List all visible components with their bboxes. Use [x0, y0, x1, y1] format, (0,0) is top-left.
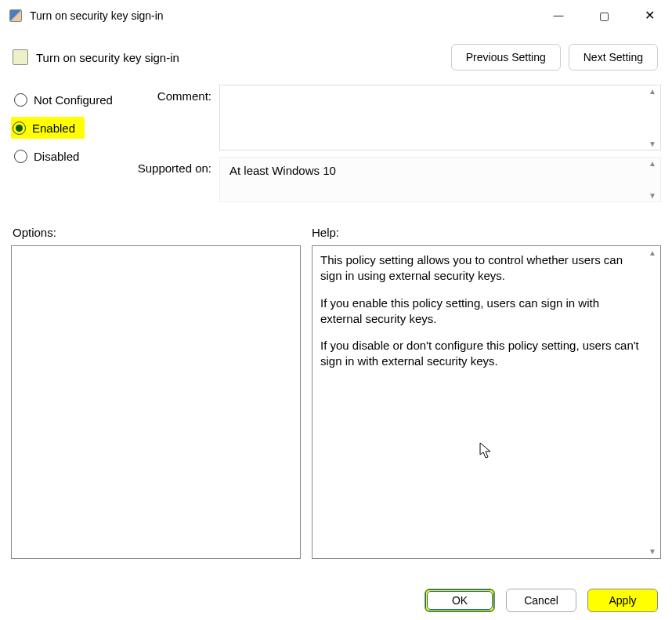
scroll-down-icon: ▼ — [649, 140, 656, 148]
options-pane — [11, 245, 301, 559]
scroll-down-icon: ▼ — [649, 546, 656, 557]
minimize-button[interactable]: — — [536, 0, 581, 31]
state-radios: Not Configured Enabled Disabled — [11, 85, 136, 172]
radio-not-configured[interactable]: Not Configured — [11, 88, 136, 111]
header-row: Turn on security key sign-in Previous Se… — [11, 44, 661, 71]
help-label: Help: — [309, 226, 339, 239]
radio-icon — [13, 121, 26, 135]
window-controls: — ▢ ✕ — [536, 0, 672, 31]
scroll-up-icon: ▲ — [649, 87, 656, 96]
close-button[interactable]: ✕ — [627, 0, 672, 31]
radio-disabled[interactable]: Disabled — [11, 144, 136, 168]
next-setting-button[interactable]: Next Setting — [569, 44, 658, 71]
maximize-icon: ▢ — [599, 10, 609, 21]
ok-button[interactable]: OK — [425, 589, 495, 612]
help-paragraph: If you enable this policy setting, users… — [320, 295, 643, 328]
policy-title: Turn on security key sign-in — [36, 51, 451, 64]
supported-scrollbar[interactable]: ▲ ▼ — [646, 159, 659, 200]
comment-input[interactable]: ▲ ▼ — [219, 85, 661, 150]
scroll-up-icon: ▲ — [649, 248, 656, 259]
close-icon: ✕ — [645, 9, 655, 22]
policy-icon — [13, 49, 28, 65]
options-label: Options: — [11, 226, 309, 239]
radio-label-not-configured: Not Configured — [34, 93, 113, 107]
help-scrollbar[interactable]: ▲ ▼ — [646, 248, 659, 557]
comment-scrollbar[interactable]: ▲ ▼ — [646, 87, 659, 148]
supported-on-label: Supported on: — [136, 157, 219, 175]
radio-selected-icon — [16, 125, 23, 132]
help-paragraph: This policy setting allows you to contro… — [320, 252, 643, 285]
previous-setting-button[interactable]: Previous Setting — [451, 44, 561, 71]
app-icon — [9, 9, 22, 22]
scroll-up-icon: ▲ — [649, 159, 656, 168]
radio-icon — [14, 150, 27, 163]
radio-label-disabled: Disabled — [34, 150, 79, 163]
ok-label: OK — [452, 594, 468, 607]
supported-on-value-box: At least Windows 10 ▲ ▼ — [219, 157, 661, 202]
radio-enabled[interactable]: Enabled — [11, 116, 136, 140]
maximize-button[interactable]: ▢ — [581, 0, 627, 31]
cancel-button[interactable]: Cancel — [506, 589, 576, 612]
minimize-icon: — — [554, 10, 564, 20]
scroll-down-icon: ▼ — [649, 191, 656, 200]
comment-label: Comment: — [136, 85, 219, 103]
apply-button[interactable]: Apply — [587, 589, 658, 612]
help-pane: This policy setting allows you to contro… — [312, 245, 661, 559]
supported-on-value: At least Windows 10 — [229, 164, 336, 177]
radio-label-enabled: Enabled — [32, 121, 75, 135]
footer-buttons: OK Cancel Apply — [425, 589, 658, 612]
window-title: Turn on security key sign-in — [30, 9, 536, 22]
radio-icon — [14, 93, 27, 107]
titlebar: Turn on security key sign-in — ▢ ✕ — [0, 0, 672, 31]
help-paragraph: If you disable or don't configure this p… — [320, 338, 643, 370]
